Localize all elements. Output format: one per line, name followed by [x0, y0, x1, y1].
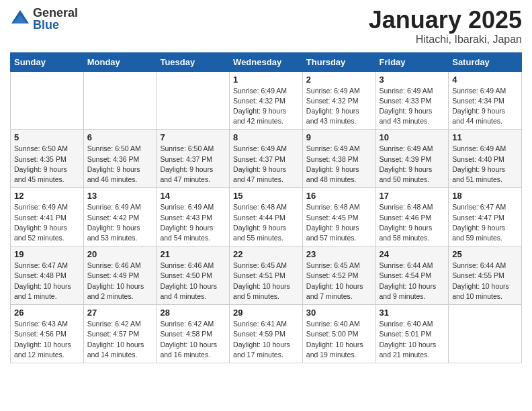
calendar-cell: 6Sunrise: 6:50 AM Sunset: 4:36 PM Daylig… [83, 130, 157, 188]
calendar-cell: 10Sunrise: 6:49 AM Sunset: 4:39 PM Dayli… [375, 130, 449, 188]
day-info: Sunrise: 6:45 AM Sunset: 4:51 PM Dayligh… [233, 261, 299, 302]
weekday-sunday: Sunday [11, 52, 84, 71]
day-number: 20 [87, 249, 153, 259]
day-number: 11 [452, 132, 518, 142]
day-number: 19 [14, 249, 80, 259]
day-number: 22 [233, 249, 299, 259]
day-info: Sunrise: 6:49 AM Sunset: 4:38 PM Dayligh… [306, 144, 372, 185]
calendar-cell: 3Sunrise: 6:49 AM Sunset: 4:33 PM Daylig… [375, 71, 449, 130]
week-row-3: 12Sunrise: 6:49 AM Sunset: 4:41 PM Dayli… [11, 188, 522, 246]
logo: General Blue [10, 7, 78, 31]
day-info: Sunrise: 6:48 AM Sunset: 4:45 PM Dayligh… [306, 202, 372, 243]
calendar-cell: 20Sunrise: 6:46 AM Sunset: 4:49 PM Dayli… [83, 246, 157, 305]
day-info: Sunrise: 6:49 AM Sunset: 4:43 PM Dayligh… [160, 202, 226, 243]
calendar-cell: 21Sunrise: 6:46 AM Sunset: 4:50 PM Dayli… [157, 246, 230, 305]
day-info: Sunrise: 6:46 AM Sunset: 4:49 PM Dayligh… [87, 261, 153, 302]
header: General Blue January 2025 Hitachi, Ibara… [10, 7, 522, 46]
day-info: Sunrise: 6:49 AM Sunset: 4:39 PM Dayligh… [380, 144, 445, 185]
calendar-cell: 5Sunrise: 6:50 AM Sunset: 4:35 PM Daylig… [11, 130, 84, 188]
day-number: 17 [380, 191, 445, 201]
day-number: 8 [233, 132, 299, 142]
day-info: Sunrise: 6:50 AM Sunset: 4:36 PM Dayligh… [87, 144, 153, 185]
day-info: Sunrise: 6:46 AM Sunset: 4:50 PM Dayligh… [160, 261, 226, 302]
calendar-cell [449, 305, 522, 363]
day-info: Sunrise: 6:41 AM Sunset: 4:59 PM Dayligh… [233, 319, 299, 360]
day-number: 2 [306, 75, 372, 85]
day-number: 28 [160, 308, 226, 318]
weekday-friday: Friday [375, 52, 449, 71]
day-info: Sunrise: 6:49 AM Sunset: 4:34 PM Dayligh… [452, 86, 518, 127]
day-number: 18 [452, 191, 518, 201]
calendar-cell: 12Sunrise: 6:49 AM Sunset: 4:41 PM Dayli… [11, 188, 84, 246]
calendar-cell: 7Sunrise: 6:50 AM Sunset: 4:37 PM Daylig… [157, 130, 230, 188]
day-number: 31 [380, 308, 445, 318]
day-number: 26 [14, 308, 80, 318]
day-info: Sunrise: 6:50 AM Sunset: 4:37 PM Dayligh… [160, 144, 226, 185]
day-number: 14 [160, 191, 226, 201]
day-info: Sunrise: 6:47 AM Sunset: 4:48 PM Dayligh… [14, 261, 80, 302]
weekday-wednesday: Wednesday [230, 52, 303, 71]
calendar-cell: 17Sunrise: 6:48 AM Sunset: 4:46 PM Dayli… [375, 188, 449, 246]
week-row-5: 26Sunrise: 6:43 AM Sunset: 4:56 PM Dayli… [11, 305, 522, 363]
day-info: Sunrise: 6:49 AM Sunset: 4:32 PM Dayligh… [233, 86, 299, 127]
calendar-cell: 15Sunrise: 6:48 AM Sunset: 4:44 PM Dayli… [230, 188, 303, 246]
title-block: January 2025 Hitachi, Ibaraki, Japan [369, 7, 522, 46]
calendar-cell: 24Sunrise: 6:44 AM Sunset: 4:54 PM Dayli… [375, 246, 449, 305]
calendar-table: SundayMondayTuesdayWednesdayThursdayFrid… [10, 52, 522, 363]
calendar-cell: 13Sunrise: 6:49 AM Sunset: 4:42 PM Dayli… [83, 188, 157, 246]
logo-text: General Blue [33, 7, 78, 31]
calendar-cell: 25Sunrise: 6:44 AM Sunset: 4:55 PM Dayli… [449, 246, 522, 305]
calendar-cell: 11Sunrise: 6:49 AM Sunset: 4:40 PM Dayli… [449, 130, 522, 188]
day-number: 29 [233, 308, 299, 318]
week-row-4: 19Sunrise: 6:47 AM Sunset: 4:48 PM Dayli… [11, 246, 522, 305]
calendar-subtitle: Hitachi, Ibaraki, Japan [369, 34, 522, 46]
day-number: 16 [306, 191, 372, 201]
calendar-cell: 16Sunrise: 6:48 AM Sunset: 4:45 PM Dayli… [302, 188, 375, 246]
calendar-cell: 23Sunrise: 6:45 AM Sunset: 4:52 PM Dayli… [302, 246, 375, 305]
day-info: Sunrise: 6:49 AM Sunset: 4:33 PM Dayligh… [380, 86, 445, 127]
day-info: Sunrise: 6:49 AM Sunset: 4:42 PM Dayligh… [87, 202, 153, 243]
week-row-2: 5Sunrise: 6:50 AM Sunset: 4:35 PM Daylig… [11, 130, 522, 188]
day-info: Sunrise: 6:44 AM Sunset: 4:55 PM Dayligh… [452, 261, 518, 302]
calendar-cell: 22Sunrise: 6:45 AM Sunset: 4:51 PM Dayli… [230, 246, 303, 305]
day-number: 25 [452, 249, 518, 259]
day-number: 9 [306, 132, 372, 142]
day-number: 3 [380, 75, 445, 85]
day-info: Sunrise: 6:40 AM Sunset: 5:00 PM Dayligh… [306, 319, 372, 360]
calendar-cell: 4Sunrise: 6:49 AM Sunset: 4:34 PM Daylig… [449, 71, 522, 130]
calendar-cell: 26Sunrise: 6:43 AM Sunset: 4:56 PM Dayli… [11, 305, 84, 363]
weekday-tuesday: Tuesday [157, 52, 230, 71]
calendar-cell [11, 71, 84, 130]
day-info: Sunrise: 6:44 AM Sunset: 4:54 PM Dayligh… [380, 261, 445, 302]
logo-general-text: General [33, 7, 78, 19]
calendar-title: January 2025 [369, 7, 522, 34]
day-number: 30 [306, 308, 372, 318]
day-info: Sunrise: 6:42 AM Sunset: 4:58 PM Dayligh… [160, 319, 226, 360]
day-number: 27 [87, 308, 153, 318]
day-number: 5 [14, 132, 80, 142]
day-info: Sunrise: 6:40 AM Sunset: 5:01 PM Dayligh… [380, 319, 445, 360]
calendar-cell: 19Sunrise: 6:47 AM Sunset: 4:48 PM Dayli… [11, 246, 84, 305]
calendar-cell: 9Sunrise: 6:49 AM Sunset: 4:38 PM Daylig… [302, 130, 375, 188]
day-info: Sunrise: 6:47 AM Sunset: 4:47 PM Dayligh… [452, 202, 518, 243]
day-info: Sunrise: 6:45 AM Sunset: 4:52 PM Dayligh… [306, 261, 372, 302]
day-info: Sunrise: 6:43 AM Sunset: 4:56 PM Dayligh… [14, 319, 80, 360]
day-number: 1 [233, 75, 299, 85]
calendar-cell: 29Sunrise: 6:41 AM Sunset: 4:59 PM Dayli… [230, 305, 303, 363]
calendar-cell [83, 71, 157, 130]
calendar-cell: 8Sunrise: 6:49 AM Sunset: 4:37 PM Daylig… [230, 130, 303, 188]
day-number: 10 [380, 132, 445, 142]
calendar-cell: 1Sunrise: 6:49 AM Sunset: 4:32 PM Daylig… [230, 71, 303, 130]
calendar-cell: 28Sunrise: 6:42 AM Sunset: 4:58 PM Dayli… [157, 305, 230, 363]
day-number: 24 [380, 249, 445, 259]
day-number: 15 [233, 191, 299, 201]
day-info: Sunrise: 6:50 AM Sunset: 4:35 PM Dayligh… [14, 144, 80, 185]
day-number: 13 [87, 191, 153, 201]
page-container: General Blue January 2025 Hitachi, Ibara… [0, 0, 532, 373]
day-number: 12 [14, 191, 80, 201]
day-info: Sunrise: 6:49 AM Sunset: 4:41 PM Dayligh… [14, 202, 80, 243]
weekday-header-row: SundayMondayTuesdayWednesdayThursdayFrid… [11, 52, 522, 71]
calendar-cell: 27Sunrise: 6:42 AM Sunset: 4:57 PM Dayli… [83, 305, 157, 363]
day-info: Sunrise: 6:48 AM Sunset: 4:46 PM Dayligh… [380, 202, 445, 243]
calendar-cell: 2Sunrise: 6:49 AM Sunset: 4:32 PM Daylig… [302, 71, 375, 130]
